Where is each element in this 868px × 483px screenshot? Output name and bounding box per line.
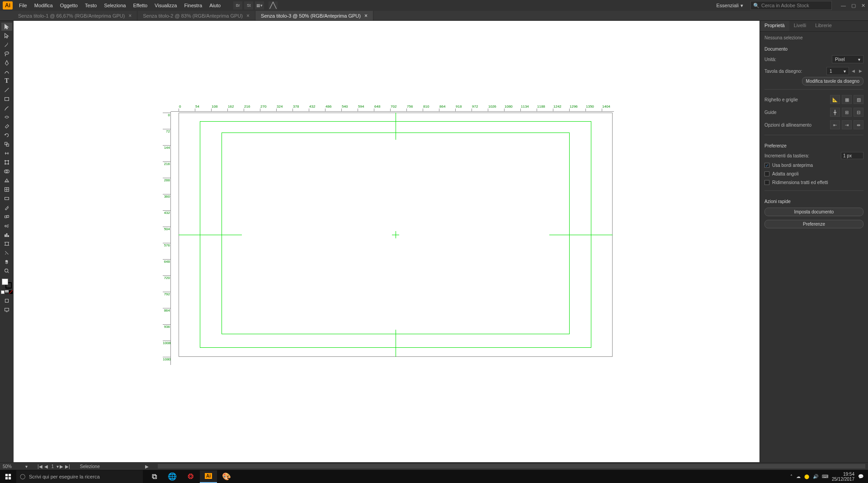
screen-mode[interactable] bbox=[1, 306, 12, 314]
chevron-down-icon[interactable]: ▾ bbox=[25, 464, 28, 469]
tray-chevron-icon[interactable]: ˄ bbox=[790, 474, 793, 479]
ruler-toggle-icon[interactable]: 📐 bbox=[830, 95, 840, 104]
network-icon[interactable]: ⬤ bbox=[804, 474, 809, 479]
creative-cloud-icon[interactable]: ❂ bbox=[182, 470, 199, 483]
illustrator-taskbar-icon[interactable]: Ai bbox=[200, 470, 217, 483]
panel-tab-libraries[interactable]: Librerie bbox=[811, 21, 836, 31]
eyedropper-tool[interactable] bbox=[1, 204, 12, 212]
curvature-tool[interactable] bbox=[1, 68, 12, 76]
color-mode-row[interactable] bbox=[1, 290, 13, 294]
preferences-button[interactable]: Preferenze bbox=[764, 220, 863, 228]
selection-tool[interactable] bbox=[1, 23, 12, 31]
rotate-tool[interactable] bbox=[1, 131, 12, 139]
shape-builder-tool[interactable] bbox=[1, 167, 12, 175]
transparency-grid-icon[interactable]: ▨ bbox=[854, 95, 863, 104]
artboard-tool[interactable] bbox=[1, 240, 12, 248]
window-minimize[interactable]: — bbox=[841, 3, 846, 9]
close-icon[interactable]: × bbox=[128, 13, 132, 19]
menu-file[interactable]: File bbox=[15, 1, 31, 9]
rectangle-tool[interactable] bbox=[1, 95, 12, 103]
notifications-icon[interactable]: 💬 bbox=[858, 474, 863, 479]
window-close[interactable]: ✕ bbox=[861, 3, 865, 9]
panel-tab-properties[interactable]: Proprietà bbox=[760, 21, 789, 31]
document-tab-1[interactable]: Senza titolo-1 @ 66,67% (RGB/Anteprima G… bbox=[13, 11, 137, 20]
language-icon[interactable]: ⌨ bbox=[822, 474, 828, 479]
stock-search[interactable]: 🔍 Cerca in Adobe Stock bbox=[750, 1, 832, 10]
direct-selection-tool[interactable] bbox=[1, 32, 12, 40]
document-setup-button[interactable]: Imposta documento bbox=[764, 208, 863, 216]
perspective-tool[interactable] bbox=[1, 176, 12, 185]
gpu-icon[interactable] bbox=[269, 1, 278, 9]
brush-tool[interactable] bbox=[1, 104, 12, 112]
fill-stroke-swatch[interactable] bbox=[2, 279, 12, 289]
menu-text[interactable]: Testo bbox=[81, 1, 100, 9]
free-transform-tool[interactable] bbox=[1, 158, 12, 166]
shaper-tool[interactable] bbox=[1, 113, 12, 121]
document-tab-3[interactable]: Senza titolo-3 @ 50% (RGB/Anteprima GPU)… bbox=[255, 11, 373, 20]
system-tray[interactable]: ˄ ☁ ⬤ 🔊 ⌨ 19:54 25/12/2017 💬 bbox=[786, 472, 868, 482]
artboard-dropdown[interactable]: 1▾ bbox=[826, 67, 849, 75]
paint-icon[interactable]: 🎨 bbox=[218, 470, 235, 483]
volume-icon[interactable]: 🔊 bbox=[813, 474, 818, 479]
nav-next[interactable]: ▶ bbox=[60, 464, 63, 469]
menu-window[interactable]: Finestra bbox=[180, 1, 206, 9]
bridge-icon[interactable]: Br bbox=[233, 1, 242, 9]
menu-object[interactable]: Oggetto bbox=[57, 1, 81, 9]
task-view-icon[interactable]: ⧉ bbox=[146, 470, 163, 483]
nav-prev[interactable]: ◀ bbox=[44, 464, 48, 469]
chevron-down-icon[interactable]: ▾ bbox=[57, 464, 59, 469]
type-tool[interactable]: T bbox=[1, 77, 12, 85]
menu-edit[interactable]: Modifica bbox=[31, 1, 57, 9]
start-button[interactable] bbox=[0, 470, 16, 483]
units-dropdown[interactable]: Pixel▾ bbox=[832, 55, 863, 63]
window-maximize[interactable]: ▢ bbox=[851, 3, 856, 9]
panel-tab-layers[interactable]: Livelli bbox=[789, 21, 811, 31]
lasso-tool[interactable] bbox=[1, 50, 12, 58]
nav-last[interactable]: ▶| bbox=[65, 464, 70, 469]
close-icon[interactable]: × bbox=[246, 13, 250, 19]
stock-icon[interactable]: St bbox=[244, 1, 253, 9]
symbol-spray-tool[interactable] bbox=[1, 222, 12, 230]
checkbox-scale-corners[interactable] bbox=[764, 171, 769, 176]
keyboard-inc-input[interactable] bbox=[841, 152, 863, 159]
guides-lock-icon[interactable]: ⊞ bbox=[842, 108, 852, 117]
snap-grid-icon[interactable]: ⇹ bbox=[854, 120, 863, 129]
grid-toggle-icon[interactable]: ▦ bbox=[842, 95, 852, 104]
snap-pixel-icon[interactable]: ⇤ bbox=[830, 120, 840, 129]
workspace-switcher[interactable]: Essenziali▾ bbox=[712, 2, 747, 9]
edit-artboards-button[interactable]: Modifica tavole da disegno bbox=[802, 77, 863, 85]
column-graph-tool[interactable] bbox=[1, 231, 12, 239]
eraser-tool[interactable] bbox=[1, 122, 12, 130]
width-tool[interactable] bbox=[1, 149, 12, 157]
menu-view[interactable]: Visualizza bbox=[151, 1, 180, 9]
artboard-prev[interactable]: ◀ bbox=[850, 67, 856, 75]
zoom-level[interactable]: 50% bbox=[3, 464, 25, 469]
status-menu-icon[interactable]: ▶ bbox=[145, 464, 149, 469]
slice-tool[interactable] bbox=[1, 249, 12, 257]
mesh-tool[interactable] bbox=[1, 185, 12, 194]
menu-effect[interactable]: Effetto bbox=[129, 1, 151, 9]
nav-first[interactable]: |◀ bbox=[38, 464, 42, 469]
canvas-area[interactable]: 0541081622162703243784324865405946487027… bbox=[14, 21, 760, 462]
arrange-icon[interactable]: ▦▾ bbox=[255, 1, 264, 9]
gradient-tool[interactable] bbox=[1, 194, 12, 203]
horizontal-scrollbar[interactable] bbox=[158, 464, 865, 469]
document-tab-2[interactable]: Senza titolo-2 @ 83% (RGB/Anteprima GPU)… bbox=[137, 11, 255, 20]
checkbox-scale-strokes[interactable] bbox=[764, 180, 769, 185]
close-icon[interactable]: × bbox=[364, 13, 368, 19]
magic-wand-tool[interactable] bbox=[1, 41, 12, 49]
chrome-icon[interactable]: 🌐 bbox=[164, 470, 181, 483]
smart-guides-icon[interactable]: ⊟ bbox=[854, 108, 863, 117]
zoom-tool[interactable] bbox=[1, 267, 12, 275]
onedrive-icon[interactable]: ☁ bbox=[796, 474, 801, 479]
blend-tool[interactable] bbox=[1, 213, 12, 221]
hand-tool[interactable] bbox=[1, 258, 12, 266]
line-tool[interactable] bbox=[1, 86, 12, 94]
snap-point-icon[interactable]: ⇥ bbox=[842, 120, 852, 129]
artboard-next[interactable]: ▶ bbox=[857, 67, 863, 75]
checkbox-preview-bounds[interactable]: ✓ bbox=[764, 163, 769, 168]
scale-tool[interactable] bbox=[1, 140, 12, 148]
draw-mode[interactable] bbox=[1, 297, 12, 305]
taskbar-search[interactable]: ◯ Scrivi qui per eseguire la ricerca bbox=[16, 470, 143, 483]
guides-show-icon[interactable]: ╋ bbox=[830, 108, 840, 117]
